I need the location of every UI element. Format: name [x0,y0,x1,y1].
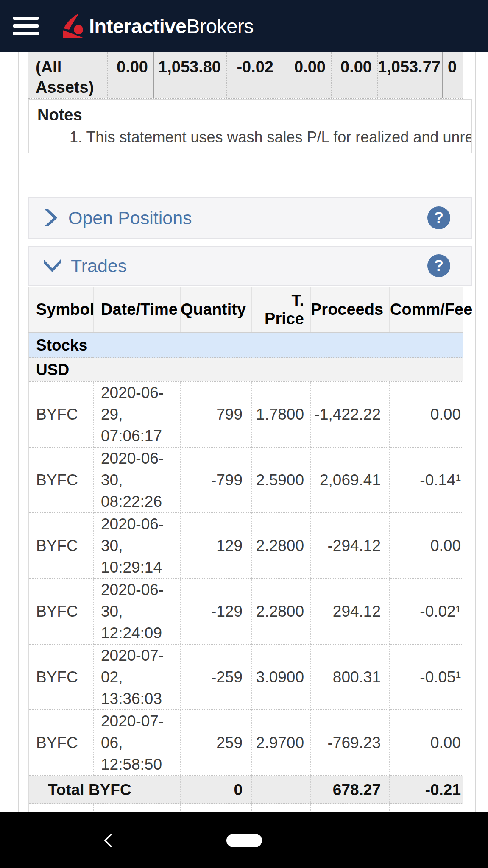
summary-value-clipped: 0 [442,52,463,99]
cell-datetime: 2020-06- 30, 08:22:26 [93,447,180,513]
trades-help-button[interactable]: ? [427,254,450,277]
cell-quantity: 259 [180,710,251,776]
summary-label: (All Assets) [28,52,107,99]
total-tprice-empty [251,776,310,804]
col-header-commfee: Comm/Fee [390,287,463,332]
summary-value: 0.00 [331,52,377,99]
cell-datetime: 2020-06- 29, 07:06:17 [93,381,180,447]
cell-commfee: 0.00 [390,513,463,579]
total-proceeds: 678.27 [310,776,390,804]
total-commfee: -0.21 [390,776,463,804]
notes-item: 1. This statement uses wash sales P/L fo… [29,124,471,146]
cell-quantity: 129 [180,513,251,579]
cell-datetime: 2020-06- 30, 10:29:14 [93,513,180,579]
table-row: BYFC 2020-06- 30, 08:22:26 -799 2.5900 2… [28,447,463,513]
chevron-right-icon [43,209,59,227]
notes-title: Notes [29,100,471,124]
cell-commfee: 0.00 [390,710,463,776]
col-header-datetime: Date/Time [93,287,180,332]
trades-table: Symbol Date/Time Quantity T. Price Proce… [28,287,463,815]
currency-label: USD [28,358,463,381]
cell-commfee: -0.05¹ [390,644,463,710]
cell-proceeds: 800.31 [310,644,390,710]
trades-label: Trades [71,256,127,276]
system-nav-bar [0,812,488,868]
cell-tprice: 2.5900 [251,447,310,513]
total-label: Total BYFC [28,776,180,804]
currency-row: USD [28,358,463,381]
open-positions-help-button[interactable]: ? [427,206,450,229]
cell-commfee: -0.14¹ [390,447,463,513]
app-header: InteractiveBrokers [0,0,488,52]
cell-proceeds: -294.12 [310,513,390,579]
total-row: Total BYFC 0 678.27 -0.21 [28,776,463,804]
trades-header-row: Symbol Date/Time Quantity T. Price Proce… [28,287,463,332]
interactive-brokers-logo: InteractiveBrokers [59,13,254,39]
hamburger-bar [13,24,39,28]
cell-tprice: 2.2800 [251,513,310,579]
cell-symbol: BYFC [28,381,93,447]
cell-datetime: 2020-06- 30, 12:24:09 [93,579,180,644]
summary-value: 1,053.80 [153,52,226,99]
question-mark-icon: ? [434,209,443,227]
summary-value: 1,053.77 [377,52,442,99]
total-quantity: 0 [180,776,251,804]
asset-class-row: Stocks [28,332,463,358]
cell-tprice: 2.2800 [251,579,310,644]
chevron-down-icon [43,258,61,274]
col-header-symbol: Symbol [28,287,93,332]
summary-row: (All Assets) 0.00 1,053.80 -0.02 0.00 0.… [28,52,463,99]
cell-symbol: BYFC [28,513,93,579]
brand-bold: Interactive [89,15,187,37]
summary-table: (All Assets) 0.00 1,053.80 -0.02 0.00 0.… [28,52,463,99]
summary-table-clip: (All Assets) 0.00 1,053.80 -0.02 0.00 0.… [28,52,463,99]
hamburger-bar [13,17,39,20]
cell-symbol: BYFC [28,579,93,644]
cell-proceeds: 294.12 [310,579,390,644]
cell-commfee: 0.00 [390,381,463,447]
cell-proceeds: -769.23 [310,710,390,776]
cell-quantity: -129 [180,579,251,644]
table-row: BYFC 2020-07- 06, 12:58:50 259 2.9700 -7… [28,710,463,776]
table-row: BYFC 2020-06- 30, 10:29:14 129 2.2800 -2… [28,513,463,579]
trades-section-header[interactable]: Trades ? [28,246,472,286]
home-gesture-pill[interactable] [226,834,262,847]
cell-datetime: 2020-07- 02, 13:36:03 [93,644,180,710]
brand-regular: Brokers [187,15,254,37]
back-button[interactable] [103,833,113,848]
ib-logo-icon [59,13,86,39]
notes-box: Notes 1. This statement uses wash sales … [28,99,472,153]
cell-proceeds: 2,069.41 [310,447,390,513]
cell-tprice: 3.0900 [251,644,310,710]
statement-page: (All Assets) 0.00 1,053.80 -0.02 0.00 0.… [18,52,476,868]
cell-quantity: -799 [180,447,251,513]
summary-value: 0.00 [279,52,331,99]
hamburger-menu-button[interactable] [13,17,39,35]
hamburger-bar [13,32,39,35]
open-positions-section-header[interactable]: Open Positions ? [28,197,472,239]
col-header-quantity: Quantity [180,287,251,332]
cell-tprice: 2.9700 [251,710,310,776]
col-header-tprice: T. Price [251,287,310,332]
cell-commfee: -0.02¹ [390,579,463,644]
table-row: BYFC 2020-07- 02, 13:36:03 -259 3.0900 8… [28,644,463,710]
cell-proceeds: -1,422.22 [310,381,390,447]
table-row: BYFC 2020-06- 30, 12:24:09 -129 2.2800 2… [28,579,463,644]
table-row: BYFC 2020-06- 29, 07:06:17 799 1.7800 -1… [28,381,463,447]
open-positions-label: Open Positions [68,208,192,228]
cell-quantity: 799 [180,381,251,447]
cell-symbol: BYFC [28,447,93,513]
summary-value: 0.00 [107,52,153,99]
question-mark-icon: ? [434,257,443,275]
col-header-proceeds: Proceeds [310,287,390,332]
cell-tprice: 1.7800 [251,381,310,447]
summary-value: -0.02 [226,52,279,99]
cell-symbol: BYFC [28,644,93,710]
cell-symbol: BYFC [28,710,93,776]
cell-quantity: -259 [180,644,251,710]
asset-class-label: Stocks [28,332,463,358]
cell-datetime: 2020-07- 06, 12:58:50 [93,710,180,776]
brand-name: InteractiveBrokers [89,14,254,38]
